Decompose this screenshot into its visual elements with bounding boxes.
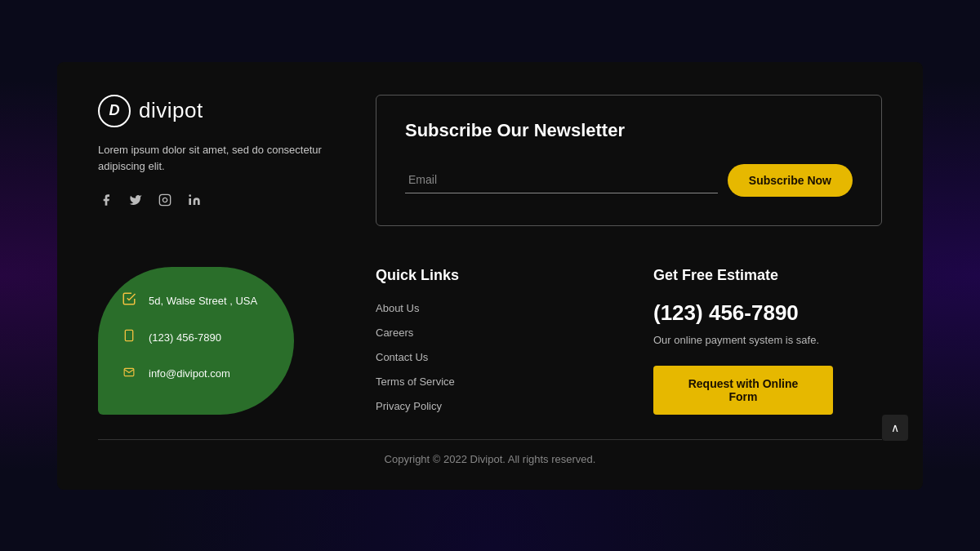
phone-item: (123) 456-7890 bbox=[121, 328, 271, 347]
divider bbox=[98, 439, 882, 440]
address-text: 5d, Walse Street , USA bbox=[149, 295, 257, 307]
scroll-top-button[interactable]: ∧ bbox=[882, 415, 908, 441]
quick-links-list: About Us Careers Contact Us Terms of Ser… bbox=[376, 300, 604, 413]
contact-phone-text: (123) 456-7890 bbox=[149, 331, 221, 344]
brand-description: Lorem ipsum dolor sit amet, sed do conse… bbox=[98, 142, 327, 176]
list-item: Terms of Service bbox=[376, 374, 604, 389]
facebook-icon[interactable] bbox=[98, 192, 114, 208]
bottom-section: 5d, Walse Street , USA (123) 456-7890 bbox=[98, 267, 882, 415]
request-button[interactable]: Request with Online Form bbox=[653, 366, 833, 415]
contact-email-text: info@divipot.com bbox=[149, 367, 230, 380]
email-input[interactable] bbox=[405, 167, 718, 193]
logo-letter: D bbox=[109, 102, 120, 119]
careers-link[interactable]: Careers bbox=[376, 327, 413, 339]
social-icons bbox=[98, 192, 327, 208]
svg-point-2 bbox=[189, 194, 191, 197]
linkedin-icon[interactable] bbox=[186, 192, 203, 208]
quick-links-title: Quick Links bbox=[376, 267, 604, 284]
logo-row: D divipot bbox=[98, 95, 327, 127]
chevron-up-icon: ∧ bbox=[891, 421, 899, 434]
list-item: Contact Us bbox=[376, 349, 604, 364]
svg-rect-0 bbox=[159, 194, 170, 205]
newsletter-box: Subscribe Our Newsletter Subscribe Now bbox=[376, 95, 882, 226]
brand-column: D divipot Lorem ipsum dolor sit amet, se… bbox=[98, 95, 327, 226]
logo-icon: D bbox=[98, 95, 131, 127]
estimate-description: Our online payment system is safe. bbox=[653, 334, 882, 346]
estimate-phone: (123) 456-7890 bbox=[653, 300, 882, 326]
contact-card: 5d, Walse Street , USA (123) 456-7890 bbox=[98, 267, 294, 415]
estimate-title: Get Free Estimate bbox=[653, 267, 882, 284]
privacy-link[interactable]: Privacy Policy bbox=[376, 400, 442, 412]
list-item: About Us bbox=[376, 300, 604, 315]
terms-link[interactable]: Terms of Service bbox=[376, 375, 455, 388]
newsletter-form: Subscribe Now bbox=[405, 164, 853, 197]
top-section: D divipot Lorem ipsum dolor sit amet, se… bbox=[98, 95, 882, 226]
phone-icon bbox=[121, 328, 137, 347]
estimate-column: Get Free Estimate (123) 456-7890 Our onl… bbox=[637, 267, 882, 415]
twitter-icon[interactable] bbox=[127, 192, 144, 208]
email-icon bbox=[121, 365, 137, 382]
contact-us-link[interactable]: Contact Us bbox=[376, 351, 428, 363]
list-item: Privacy Policy bbox=[376, 398, 604, 413]
subscribe-button[interactable]: Subscribe Now bbox=[728, 164, 853, 197]
about-us-link[interactable]: About Us bbox=[376, 302, 419, 314]
main-container: D divipot Lorem ipsum dolor sit amet, se… bbox=[57, 62, 923, 490]
quick-links-column: Quick Links About Us Careers Contact Us … bbox=[327, 267, 604, 415]
copyright: Copyright © 2022 Divipot. All rights res… bbox=[98, 453, 882, 473]
address-item: 5d, Walse Street , USA bbox=[121, 291, 271, 310]
email-item: info@divipot.com bbox=[121, 365, 271, 382]
map-icon bbox=[121, 291, 137, 310]
list-item: Careers bbox=[376, 325, 604, 340]
instagram-icon[interactable] bbox=[157, 192, 173, 208]
newsletter-title: Subscribe Our Newsletter bbox=[405, 120, 853, 141]
newsletter-column: Subscribe Our Newsletter Subscribe Now bbox=[376, 95, 882, 226]
logo-name: divipot bbox=[139, 98, 203, 123]
